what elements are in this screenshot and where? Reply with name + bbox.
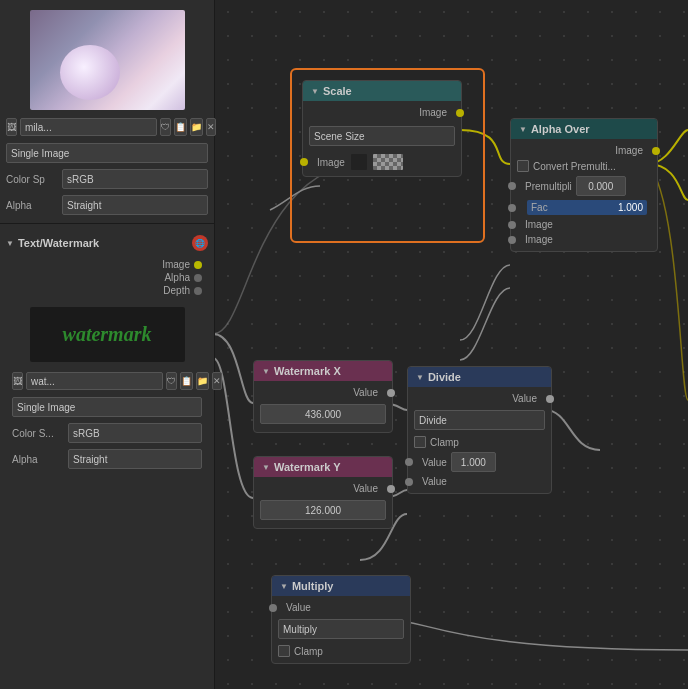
- watermark-shield-btn[interactable]: 🛡: [166, 372, 177, 390]
- watermark-preview: watermark: [30, 307, 185, 362]
- fac-field[interactable]: Fac 1.000: [527, 200, 647, 215]
- watermark-color-label: Color S...: [12, 428, 62, 439]
- watermark-close-btn[interactable]: ✕: [212, 372, 222, 390]
- alpha-over-image-out-label: Image: [615, 145, 643, 156]
- watermark-image-icon-btn[interactable]: 🖼: [12, 372, 23, 390]
- alpha-over-image2-label: Image: [525, 234, 553, 245]
- scale-title: Scale: [323, 85, 352, 97]
- watermark-image-type-select[interactable]: Single Image: [12, 397, 202, 417]
- divide-header: ▼ Divide: [408, 367, 551, 387]
- alpha-over-image2-socket: [508, 236, 516, 244]
- premultipli-row: Premultipli 0.000: [517, 174, 651, 198]
- image-socket-dot: [194, 261, 202, 269]
- watermark-x-value-field[interactable]: 436.000: [260, 404, 386, 424]
- convert-premulti-checkbox[interactable]: [517, 160, 529, 172]
- multiply-value-row: Value: [278, 600, 404, 615]
- watermark-x-value-label: Value: [353, 387, 378, 398]
- alpha-label: Alpha: [6, 200, 56, 211]
- image-name-field[interactable]: [20, 118, 157, 136]
- premultipli-socket: [508, 182, 516, 190]
- watermark-x-node: ▼ Watermark X Value 436.000: [253, 360, 393, 433]
- image-type-row: Single Image: [0, 141, 214, 165]
- fac-label: Fac: [531, 202, 614, 213]
- watermark-y-value-field[interactable]: 126.000: [260, 500, 386, 520]
- close-icon-btn[interactable]: ✕: [206, 118, 216, 136]
- divide-value-out-socket: [546, 395, 554, 403]
- multiply-clamp-checkbox[interactable]: [278, 645, 290, 657]
- alpha-over-image1-row: Image: [517, 217, 651, 232]
- section-divider-1: [0, 223, 214, 224]
- multiply-value-label: Value: [286, 602, 311, 613]
- divide-output-label: Value: [422, 476, 447, 487]
- alpha-select[interactable]: Straight: [62, 195, 208, 215]
- fac-socket: [508, 204, 516, 212]
- duplicate-icon-btn[interactable]: 📋: [174, 118, 187, 136]
- scale-node-header: ▼ Scale: [303, 81, 461, 101]
- scale-image-in-label: Image: [317, 157, 345, 168]
- watermark-y-value-socket: [387, 485, 395, 493]
- watermark-image-type-row: Single Image: [6, 395, 208, 419]
- watermark-section: ▼ Text/Watermark 🌐 Image Alpha Depth: [0, 228, 214, 301]
- watermark-color-select[interactable]: sRGB: [68, 423, 202, 443]
- alpha-over-collapse[interactable]: ▼: [519, 125, 527, 134]
- divide-value-in-field[interactable]: 1.000: [451, 452, 496, 472]
- scale-collapse[interactable]: ▼: [311, 87, 319, 96]
- divide-collapse[interactable]: ▼: [416, 373, 424, 382]
- top-image-preview: [30, 10, 185, 110]
- scale-image-out-row: Image: [309, 105, 455, 120]
- watermark-duplicate-btn[interactable]: 📋: [180, 372, 193, 390]
- watermark-folder-btn[interactable]: 📁: [196, 372, 209, 390]
- premultipli-label: Premultipli: [525, 181, 572, 192]
- divide-clamp-label: Clamp: [430, 437, 459, 448]
- left-panel: 🖼 🛡 📋 📁 ✕ Single Image Color Sp sRGB Alp…: [0, 0, 215, 689]
- scale-image-in-socket: [300, 158, 308, 166]
- multiply-collapse[interactable]: ▼: [280, 582, 288, 591]
- watermark-color-space-row: Color S... sRGB: [6, 421, 208, 445]
- multiply-body: Value Multiply Clamp: [272, 596, 410, 663]
- divide-clamp-checkbox[interactable]: [414, 436, 426, 448]
- multiply-value-socket: [269, 604, 277, 612]
- watermark-x-collapse[interactable]: ▼: [262, 367, 270, 376]
- watermark-y-node: ▼ Watermark Y Value 126.000: [253, 456, 393, 529]
- watermark-y-collapse[interactable]: ▼: [262, 463, 270, 472]
- image-icon-btn[interactable]: 🖼: [6, 118, 17, 136]
- watermark-x-value-socket: [387, 389, 395, 397]
- watermark-section-title: Text/Watermark: [18, 237, 99, 249]
- watermark-x-header: ▼ Watermark X: [254, 361, 392, 381]
- color-space-row: Color Sp sRGB: [0, 167, 214, 191]
- multiply-type-row: Multiply: [278, 619, 404, 639]
- divide-value-in-socket: [405, 458, 413, 466]
- scale-select-row: Scene Size: [309, 126, 455, 146]
- alpha-row: Alpha Straight: [0, 193, 214, 217]
- watermark-alpha-select[interactable]: Straight: [68, 449, 202, 469]
- alpha-over-image-out-socket: [652, 147, 660, 155]
- shield-icon-btn[interactable]: 🛡: [160, 118, 171, 136]
- divide-output-socket: [405, 478, 413, 486]
- bottom-controls: 🖼 🛡 📋 📁 ✕ Single Image Color S... sRGB A…: [0, 368, 214, 475]
- alpha-socket-row: Alpha: [6, 271, 208, 284]
- watermark-name-field[interactable]: [26, 372, 163, 390]
- divide-output-row: Value: [414, 474, 545, 489]
- divide-value-out-label: Value: [512, 393, 537, 404]
- fac-value: 1.000: [618, 202, 643, 213]
- watermark-alpha-row: Alpha Straight: [6, 447, 208, 471]
- fac-row: Fac 1.000: [517, 198, 651, 217]
- scale-node-body: Image Scene Size Image: [303, 101, 461, 176]
- image-type-select[interactable]: Single Image: [6, 143, 208, 163]
- premultipli-value[interactable]: 0.000: [576, 176, 626, 196]
- depth-socket-dot: [194, 287, 202, 295]
- alpha-over-header: ▼ Alpha Over: [511, 119, 657, 139]
- color-space-label: Color Sp: [6, 174, 56, 185]
- multiply-type-select[interactable]: Multiply: [278, 619, 404, 639]
- color-space-select[interactable]: sRGB: [62, 169, 208, 189]
- folder-icon-btn[interactable]: 📁: [190, 118, 203, 136]
- alpha-over-node: ▼ Alpha Over Image Convert Premulti... P…: [510, 118, 658, 252]
- collapse-arrow[interactable]: ▼: [6, 239, 14, 248]
- alpha-over-title: Alpha Over: [531, 123, 590, 135]
- scale-scene-size-select[interactable]: Scene Size: [309, 126, 455, 146]
- scale-black-square: [351, 154, 367, 170]
- multiply-clamp-label: Clamp: [294, 646, 323, 657]
- watermark-y-value-display: 126.000: [260, 500, 386, 520]
- divide-type-select[interactable]: Divide: [414, 410, 545, 430]
- preview-bubble: [60, 45, 120, 100]
